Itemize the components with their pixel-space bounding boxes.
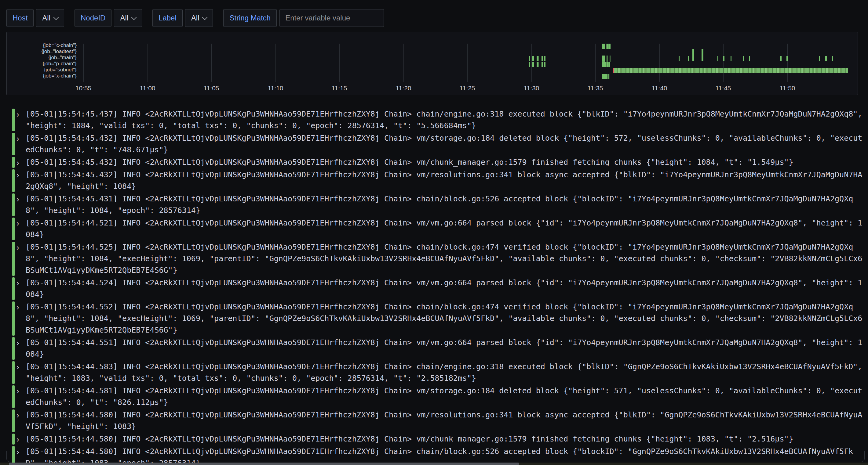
- log-volume-bar: [602, 44, 605, 49]
- log-volume-bar: [529, 56, 530, 61]
- log-row[interactable]: ›[05-01|15:54:44.524] INFO <2AcRkXTLLtQj…: [12, 277, 865, 300]
- chevron-down-icon: [202, 14, 208, 20]
- expand-chevron-icon[interactable]: ›: [17, 170, 19, 180]
- log-volume-bar: [606, 56, 606, 62]
- expand-chevron-icon[interactable]: ›: [17, 242, 19, 253]
- nodeid-variable-select[interactable]: All: [114, 9, 142, 27]
- log-level-indicator: [12, 109, 15, 131]
- log-text: [05-01|15:54:45.431] INFO <2AcRkXTLLtQjv…: [26, 193, 865, 216]
- log-volume-bar: [749, 56, 750, 61]
- gridline: [467, 44, 468, 82]
- log-volume-bar: [609, 44, 610, 49]
- variable-string-match: String Match: [223, 9, 384, 27]
- logs-list: ›[05-01|15:54:45.437] INFO <2AcRkXTLLtQj…: [12, 107, 865, 465]
- log-level-indicator: [12, 242, 15, 276]
- log-text: [05-01|15:54:44.581] INFO <2AcRkXTLLtQjv…: [26, 385, 865, 408]
- log-volume-bar: [606, 74, 607, 79]
- log-level-indicator: [12, 337, 15, 360]
- log-volume-bar: [541, 62, 543, 67]
- log-volume-bar: [607, 56, 607, 62]
- log-volume-bar: [679, 56, 680, 61]
- log-row[interactable]: ›[05-01|15:54:44.580] INFO <2AcRkXTLLtQj…: [12, 409, 865, 432]
- log-text: [05-01|15:54:44.583] INFO <2AcRkXTLLtQjv…: [26, 361, 865, 384]
- log-text: [05-01|15:54:44.552] INFO <2AcRkXTLLtQjv…: [26, 301, 865, 336]
- log-volume-bar: [538, 56, 539, 61]
- log-row[interactable]: ›[05-01|15:54:44.581] INFO <2AcRkXTLLtQj…: [12, 385, 865, 408]
- log-row[interactable]: ›[05-01|15:54:45.432] INFO <2AcRkXTLLtQj…: [12, 169, 865, 192]
- log-row[interactable]: ›[05-01|15:54:45.437] INFO <2AcRkXTLLtQj…: [12, 108, 865, 132]
- log-volume-bar: [544, 56, 546, 61]
- log-volume-bar: [610, 74, 610, 79]
- expand-chevron-icon[interactable]: ›: [17, 158, 19, 168]
- log-level-indicator: [12, 385, 15, 408]
- expand-chevron-icon[interactable]: ›: [17, 278, 19, 288]
- log-text: [05-01|15:54:44.551] INFO <2AcRkXTLLtQjv…: [26, 337, 865, 360]
- log-row[interactable]: ›[05-01|15:54:45.432] INFO <2AcRkXTLLtQj…: [12, 132, 865, 156]
- log-volume-bar: [605, 74, 606, 79]
- nodeid-variable-label: NodeID: [74, 9, 112, 27]
- log-row[interactable]: ›[05-01|15:54:44.551] INFO <2AcRkXTLLtQj…: [12, 337, 865, 360]
- expand-chevron-icon[interactable]: ›: [17, 194, 19, 204]
- expand-chevron-icon[interactable]: ›: [17, 109, 19, 120]
- log-row[interactable]: ›[05-01|15:54:44.552] INFO <2AcRkXTLLtQj…: [12, 301, 865, 336]
- log-volume-bar: [602, 56, 605, 62]
- log-level-indicator: [12, 218, 15, 240]
- nodeid-variable-value: All: [120, 14, 128, 22]
- x-axis-tick-label: 11:45: [716, 85, 731, 92]
- x-axis-tick-label: 11:10: [268, 85, 283, 92]
- log-volume-bar: [780, 56, 781, 61]
- log-volume-bar: [605, 62, 606, 67]
- log-volume-bar: [606, 44, 607, 49]
- log-volume-bar: [609, 74, 609, 79]
- log-row[interactable]: ›[05-01|15:54:44.525] INFO <2AcRkXTLLtQj…: [12, 241, 865, 276]
- log-volume-bar: [609, 56, 609, 62]
- log-volume-bar: [688, 56, 689, 61]
- log-volume-bar: [702, 49, 703, 61]
- log-level-indicator: [12, 446, 15, 465]
- log-row[interactable]: ›[05-01|15:54:45.431] INFO <2AcRkXTLLtQj…: [12, 193, 865, 216]
- gridline: [148, 44, 148, 82]
- expand-chevron-icon[interactable]: ›: [17, 362, 19, 372]
- host-variable-select[interactable]: All: [36, 9, 64, 27]
- log-text: [05-01|15:54:44.525] INFO <2AcRkXTLLtQjv…: [26, 241, 865, 276]
- log-level-indicator: [12, 157, 15, 168]
- log-row[interactable]: ›[05-01|15:54:44.583] INFO <2AcRkXTLLtQj…: [12, 361, 865, 384]
- log-volume-bar: [723, 56, 724, 61]
- expand-chevron-icon[interactable]: ›: [17, 218, 19, 229]
- x-axis-tick-label: 11:00: [140, 85, 155, 92]
- error-log-volume-bar: [613, 68, 614, 73]
- log-text: [05-01|15:54:44.524] INFO <2AcRkXTLLtQjv…: [26, 277, 865, 300]
- log-volume-bar: [602, 74, 605, 79]
- chart-plot-area[interactable]: 10:5511:0011:0511:1011:1511:2011:2511:30…: [7, 32, 858, 95]
- expand-chevron-icon[interactable]: ›: [17, 338, 19, 348]
- host-variable-value: All: [42, 14, 51, 22]
- label-variable-select[interactable]: All: [185, 9, 213, 27]
- log-text: [05-01|15:54:45.432] INFO <2AcRkXTLLtQjv…: [26, 169, 865, 192]
- variables-toolbar: Host All NodeID All Label All String Mat…: [6, 9, 384, 27]
- host-variable-label: Host: [6, 9, 34, 27]
- log-row[interactable]: ›[05-01|15:54:44.521] INFO <2AcRkXTLLtQj…: [12, 217, 865, 240]
- expand-chevron-icon[interactable]: ›: [17, 386, 19, 396]
- log-volume-bar: [743, 56, 744, 61]
- expand-chevron-icon[interactable]: ›: [17, 302, 19, 312]
- log-row[interactable]: ›[05-01|15:54:44.580] INFO <2AcRkXTLLtQj…: [12, 446, 865, 465]
- log-row[interactable]: ›[05-01|15:54:45.432] INFO <2AcRkXTLLtQj…: [12, 157, 865, 168]
- log-volume-bar: [610, 44, 611, 49]
- expand-chevron-icon[interactable]: ›: [17, 133, 19, 144]
- log-row[interactable]: ›[05-01|15:54:44.580] INFO <2AcRkXTLLtQj…: [12, 433, 865, 445]
- log-volume-panel: {job="c-chain"}{job="loadtest"}{job="mai…: [6, 32, 858, 95]
- horizontal-scrollbar[interactable]: [0, 463, 868, 465]
- string-match-input[interactable]: [279, 9, 384, 27]
- expand-chevron-icon[interactable]: ›: [17, 410, 19, 421]
- scrollbar-thumb[interactable]: [9, 463, 519, 465]
- log-level-indicator: [12, 277, 15, 300]
- log-volume-bar: [610, 56, 610, 62]
- expand-chevron-icon[interactable]: ›: [17, 434, 19, 444]
- log-volume-bar: [819, 56, 820, 61]
- expand-chevron-icon[interactable]: ›: [17, 447, 19, 457]
- label-variable-value: All: [191, 14, 199, 22]
- log-volume-bar: [608, 74, 608, 79]
- log-text: [05-01|15:54:44.580] INFO <2AcRkXTLLtQjv…: [26, 446, 865, 465]
- x-axis-tick-label: 11:35: [588, 85, 603, 92]
- log-volume-bar: [611, 56, 611, 62]
